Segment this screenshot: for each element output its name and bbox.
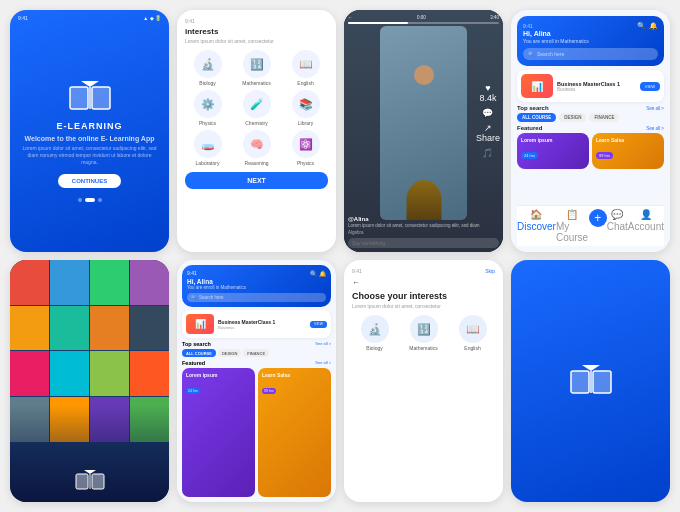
choose-status: 9:41 Skip <box>352 268 495 274</box>
choose-biology[interactable]: 🔬 Biology <box>352 315 397 351</box>
search-bar[interactable]: 🔍 Search here <box>523 48 658 60</box>
dash2-feat-1[interactable]: Lorem ipsum 24 hrs <box>182 368 255 497</box>
video-actions: ♥ 8.4k 💬 ↗ Share 🎵 <box>476 83 500 158</box>
svg-rect-5 <box>92 474 104 489</box>
course-info: Business MasterClass 1 Business <box>557 81 636 92</box>
dash2-feat-1-title: Lorem ipsum <box>186 372 251 378</box>
add-button[interactable]: + <box>589 209 607 227</box>
dash2-feat-2-title: Learn Salsa <box>262 372 327 378</box>
course-tabs: ALL COURSE DESIGN FINANCE <box>517 113 664 122</box>
dash2-feat-1-badge: 24 hrs <box>186 388 200 394</box>
book-2 <box>50 260 89 305</box>
dash2-featured-row: Featured See all > <box>182 360 331 366</box>
music-action[interactable]: 🎵 <box>482 148 493 158</box>
choose-title: Choose your interests <box>352 291 495 301</box>
nav-discover[interactable]: 🏠 Discover <box>517 209 556 243</box>
interest-english[interactable]: 📖 English <box>283 50 328 86</box>
share-icon: ↗ <box>484 123 492 133</box>
nav-my-course[interactable]: 📋 My Course <box>556 209 589 243</box>
comment-action[interactable]: 💬 <box>482 108 493 118</box>
interest-library[interactable]: 📚 Library <box>283 90 328 126</box>
choose-english-icon: 📖 <box>459 315 487 343</box>
choose-mathematics[interactable]: 🔢 Mathematics <box>401 315 446 351</box>
search-placeholder: Search here <box>537 51 564 57</box>
desc-text: Lorem ipsum dolor sit amet, consectetur … <box>20 145 159 166</box>
laboratory-icon: 🧫 <box>194 130 222 158</box>
physics2-icon: ⚛️ <box>292 130 320 158</box>
dash2-featured-cards: Lorem ipsum 24 hrs Learn Salsa 99 hrs <box>182 368 331 497</box>
interest-grid: 🔬 Biology 🔢 Mathematics 📖 English ⚙️ Phy… <box>185 50 328 166</box>
interest-mathematics[interactable]: 🔢 Mathematics <box>234 50 279 86</box>
mathematics-icon: 🔢 <box>243 50 271 78</box>
dash2-feat-2[interactable]: Learn Salsa 99 hrs <box>258 368 331 497</box>
video-username: @Alina <box>348 216 499 222</box>
choose-time: 9:41 <box>352 268 362 274</box>
dash2-tab-all[interactable]: ALL COURSE <box>182 349 216 357</box>
book-12 <box>130 351 169 396</box>
chemistry-label: Chemistry <box>245 120 268 126</box>
share-action[interactable]: ↗ Share <box>476 123 500 143</box>
svg-rect-9 <box>593 371 611 393</box>
dash2-view-btn[interactable]: VIEW <box>310 321 327 328</box>
featured-see-all[interactable]: See all > <box>646 126 664 131</box>
book-8 <box>130 306 169 351</box>
book-9 <box>10 351 49 396</box>
chat-icon: 💬 <box>611 209 623 220</box>
english-icon: 📖 <box>292 50 320 78</box>
chemistry-icon: 🧪 <box>243 90 271 118</box>
interest-physics[interactable]: ⚙️ Physics <box>185 90 230 126</box>
english-label: English <box>297 80 313 86</box>
bell-icon[interactable]: 🔔 <box>649 22 658 30</box>
featured-learn-salsa[interactable]: Learn Salsa 99 hrs <box>592 133 664 169</box>
dashboard-header: 9:41 🔍 🔔 Hi, Alina You are enroll in Mat… <box>517 16 664 66</box>
interest-chemistry[interactable]: 🧪 Chemistry <box>234 90 279 126</box>
dash2-feat-see-all[interactable]: See all > <box>315 360 331 366</box>
dash2-icons: 🔍 🔔 <box>310 270 326 277</box>
back-arrow[interactable]: ← <box>352 278 495 287</box>
laboratory-label: Laboratory <box>196 160 220 166</box>
feat-title-1: Lorem ipsum <box>521 137 585 143</box>
comment-input[interactable] <box>352 240 495 246</box>
nav-add[interactable]: + <box>589 209 607 243</box>
book-overlay <box>10 405 169 502</box>
dash2-see-all[interactable]: See all > <box>315 341 331 347</box>
dash2-search-icon[interactable]: 🔍 <box>310 270 317 277</box>
teacher-body <box>406 180 441 220</box>
feat-badge-2: 99 hrs <box>596 152 613 159</box>
view-button[interactable]: VIEW <box>640 82 660 91</box>
svg-rect-0 <box>70 87 88 109</box>
like-action[interactable]: ♥ 8.4k <box>479 83 496 103</box>
skip-btn[interactable]: Skip <box>485 268 495 274</box>
featured-title: Featured <box>517 125 542 131</box>
dash2-tab-design[interactable]: DESIGN <box>218 349 241 357</box>
continues-button[interactable]: CONTINUES <box>58 174 121 188</box>
dash2-search[interactable]: 🔍 Search here <box>187 293 326 302</box>
tab-design[interactable]: DESIGN <box>559 113 586 122</box>
featured-lorem-ipsum[interactable]: Lorem ipsum 24 hrs <box>517 133 589 169</box>
reasoning-label: Reasoning <box>245 160 269 166</box>
next-button[interactable]: NEXT <box>185 172 328 189</box>
see-all-link[interactable]: See all > <box>646 106 664 111</box>
nav-account[interactable]: 👤 Account <box>628 209 664 243</box>
choose-interests-card: 9:41 Skip ← Choose your interests Lorem … <box>344 260 503 502</box>
nav-chat[interactable]: 💬 Chat <box>607 209 628 243</box>
blue-splash-card <box>511 260 670 502</box>
dash2-header: 9:41 🔍 🔔 Hi, Alina You are enroll in Mat… <box>182 265 331 307</box>
books-card <box>10 260 169 502</box>
interest-laboratory[interactable]: 🧫 Laboratory <box>185 130 230 166</box>
status-icons: ▲ ◆ 🔋 <box>143 15 161 21</box>
interest-physics2[interactable]: ⚛️ Physics <box>283 130 328 166</box>
comment-bar[interactable] <box>348 238 499 248</box>
tab-finance[interactable]: FINANCE <box>589 113 619 122</box>
video-card: ← 0:00 3:40 ♥ 8.4k <box>344 10 503 252</box>
dash2-bell-icon[interactable]: 🔔 <box>319 270 326 277</box>
tab-all-course[interactable]: ALL COURSE <box>517 113 556 122</box>
interest-reasoning[interactable]: 🧠 Reasoning <box>234 130 279 166</box>
interest-biology[interactable]: 🔬 Biology <box>185 50 230 86</box>
choose-english[interactable]: 📖 English <box>450 315 495 351</box>
dashboard2-card: 9:41 🔍 🔔 Hi, Alina You are enroll in Mat… <box>177 260 336 502</box>
dash2-course-info: Business MasterClass 1 Business <box>218 319 306 330</box>
top-search-header: Top search See all > <box>517 105 664 111</box>
search-icon[interactable]: 🔍 <box>637 22 646 30</box>
dash2-tab-finance[interactable]: FINANCE <box>243 349 269 357</box>
